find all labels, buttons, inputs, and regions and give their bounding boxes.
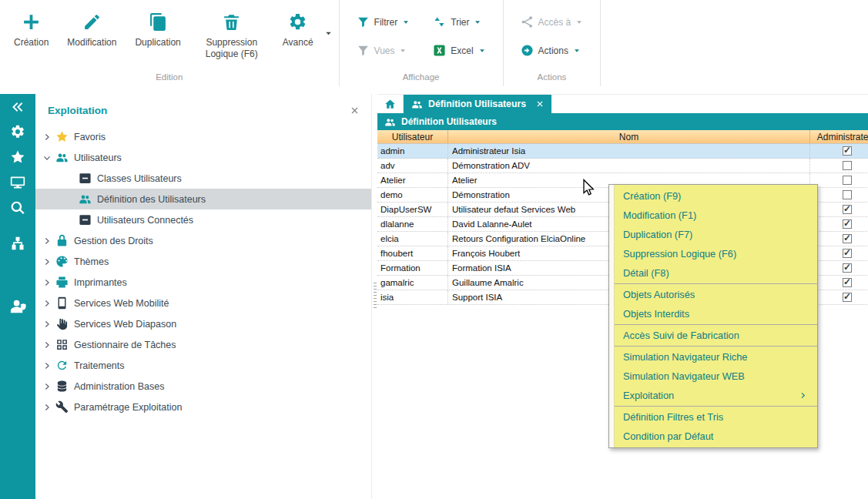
nav-item-0[interactable]: Favoris [35, 126, 371, 147]
nav-item-label: Utilisateurs [74, 152, 122, 163]
nav-item-label: Administration Bases [74, 381, 164, 392]
nav-item-4[interactable]: Utilisateurs Connectés [35, 209, 371, 230]
avance-button[interactable]: Avancé [273, 5, 323, 49]
menu-item-11[interactable]: Simulation Navigateur Riche [609, 347, 817, 367]
acces-a-button[interactable]: Accès à [521, 15, 584, 28]
menu-item-3[interactable]: Suppression Logique (F6) [609, 244, 817, 263]
avance-dropdown-button[interactable] [323, 28, 334, 39]
nav-item-10[interactable]: Gestionnaire de Tâches [35, 334, 371, 355]
trier-button[interactable]: Trier [433, 15, 485, 28]
chevron-right-icon[interactable] [43, 341, 52, 349]
chevron-right-icon[interactable] [43, 404, 52, 411]
users-icon [384, 116, 396, 128]
nav-item-9[interactable]: Services Web Diapason [35, 313, 371, 334]
menu-item-4[interactable]: Détail (F8) [609, 263, 817, 283]
column-header-utilisateur[interactable]: Utilisateur [377, 130, 448, 143]
nav-item-6[interactable]: Thèmes [35, 251, 371, 272]
cell-administrateur [810, 188, 868, 202]
tab-home[interactable] [377, 95, 404, 113]
tab-definition-utilisateurs[interactable]: Définition Utilisateurs [404, 95, 551, 113]
chevron-right-icon[interactable] [43, 300, 52, 307]
trier-label: Trier [451, 17, 469, 28]
group-label-affichage: Affichage [340, 72, 503, 82]
tab-close-icon[interactable] [536, 100, 544, 108]
nav-item-3[interactable]: Définition des Utilisateurs [35, 189, 371, 209]
vues-button[interactable]: Vues [357, 44, 411, 57]
sidebar-user-admin-button[interactable] [9, 297, 27, 315]
menu-item-7[interactable]: Objets Interdits [609, 304, 817, 323]
actions-label: Actions [538, 45, 568, 56]
panel-title: Définition Utilisateurs [401, 116, 497, 127]
nav-item-label: Utilisateurs Connectés [97, 215, 193, 226]
nav-item-1[interactable]: Utilisateurs [35, 147, 371, 168]
sidebar-desktop-button[interactable] [10, 175, 25, 190]
cell-utilisateur: Formation [377, 261, 448, 275]
sidebar-favorites-button[interactable] [10, 149, 25, 165]
admin-checkbox[interactable] [843, 219, 852, 229]
menu-item-6[interactable]: Objets Autorisés [609, 285, 817, 304]
chevron-right-icon[interactable] [43, 237, 52, 245]
admin-checkbox[interactable] [843, 263, 852, 273]
menu-item-1[interactable]: Modification (F1) [609, 206, 817, 225]
nav-item-label: Services Web Mobilité [74, 298, 169, 309]
menu-item-9[interactable]: Accès Suivi de Fabrication [609, 326, 817, 345]
chevron-right-icon[interactable] [43, 383, 52, 390]
suppression-logique-button[interactable]: Suppression Logique (F6) [190, 5, 273, 60]
nav-item-12[interactable]: Administration Bases [35, 376, 371, 397]
creation-button[interactable]: Création [5, 5, 58, 49]
vues-label: Vues [374, 45, 395, 56]
nav-item-2[interactable]: Classes Utilisateurs [35, 168, 371, 189]
chevron-right-icon[interactable] [43, 362, 52, 370]
cell-administrateur [810, 290, 868, 304]
sidebar-settings-button[interactable] [10, 124, 25, 139]
gear-icon [288, 12, 307, 32]
menu-item-2[interactable]: Duplication (F7) [609, 225, 817, 244]
menu-item-0[interactable]: Création (F9) [609, 186, 817, 206]
chevron-right-icon[interactable] [43, 258, 52, 266]
caret-down-icon [399, 47, 407, 55]
admin-checkbox[interactable] [843, 249, 852, 258]
actions-button[interactable]: Actions [521, 44, 584, 57]
chevron-right-icon[interactable] [43, 320, 52, 328]
avance-label: Avancé [283, 37, 313, 49]
menu-item-16[interactable]: Condition par Défaut [609, 427, 817, 446]
menu-item-15[interactable]: Définition Filtres et Tris [609, 407, 817, 427]
admin-checkbox[interactable] [843, 176, 852, 185]
chevron-down-icon[interactable] [43, 154, 52, 162]
admin-checkbox[interactable] [843, 234, 852, 243]
table-row-adv[interactable]: advDémonstration ADV [377, 159, 868, 173]
chevron-right-icon[interactable] [43, 133, 52, 141]
admin-checkbox[interactable] [843, 293, 852, 302]
table-row-admin[interactable]: adminAdministrateur Isia [377, 144, 868, 159]
excel-button[interactable]: Excel [433, 44, 485, 57]
ribbon: Création Modification Duplication Suppre… [0, 0, 868, 86]
admin-checkbox[interactable] [843, 146, 852, 156]
sidebar-hierarchy-button[interactable] [10, 236, 25, 251]
cell-administrateur [810, 276, 868, 290]
caret-down-icon [474, 18, 481, 26]
sidebar-search-button[interactable] [10, 200, 25, 216]
column-header-administrateur[interactable]: Administrateur [810, 130, 868, 143]
nav-item-8[interactable]: Services Web Mobilité [35, 293, 371, 313]
admin-checkbox[interactable] [843, 278, 852, 287]
chevron-right-icon[interactable] [43, 279, 52, 286]
admin-checkbox[interactable] [843, 161, 852, 170]
nav-panel-close-icon[interactable] [350, 106, 359, 115]
collapse-sidebar-button[interactable] [11, 100, 25, 114]
menu-item-13[interactable]: Exploitation [609, 386, 817, 405]
modification-button[interactable]: Modification [58, 5, 126, 49]
admin-checkbox[interactable] [843, 190, 852, 199]
group-label-edition: Edition [0, 72, 339, 82]
duplication-button[interactable]: Duplication [126, 5, 189, 49]
admin-checkbox[interactable] [843, 205, 852, 214]
nav-item-5[interactable]: Gestion des Droits [35, 230, 371, 251]
column-header-nom[interactable]: Nom [448, 130, 810, 143]
nav-item-13[interactable]: Paramétrage Exploitation [35, 397, 371, 417]
menu-item-12[interactable]: Simulation Navigateur WEB [609, 367, 817, 386]
nav-item-7[interactable]: Imprimantes [35, 272, 371, 293]
excel-icon [433, 44, 446, 57]
panel-splitter[interactable] [371, 94, 377, 499]
cell-administrateur [810, 203, 868, 216]
nav-item-11[interactable]: Traitements [35, 355, 371, 376]
filtrer-button[interactable]: Filtrer [357, 15, 411, 28]
